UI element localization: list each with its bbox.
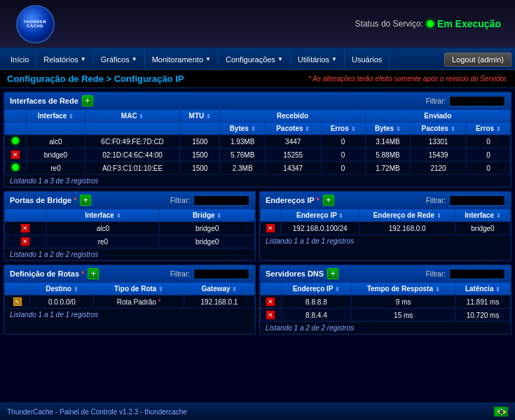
status-green-icon [12,137,19,144]
ip-panel: Endereços IP * + Filtrar: Endereço IP ⇕ … [259,191,511,261]
interfaces-records: Listando 1 a 3 de 3 registros [4,175,511,187]
add-bridge-button[interactable]: + [80,195,91,206]
routes-filter-input[interactable] [193,269,249,279]
table-row: ✕ bridge0 02:1D:C4:6C:44:00 1500 5.76MB … [5,148,511,162]
th-rx-errors: Erros ⇕ [321,122,365,135]
dns-filter-label: Filtrar: [426,270,446,278]
routes-table: Destino ⇕ Tipo de Rota ⇕ Gateway ⇕ ✎ 0.0… [4,282,255,309]
nav-bar: Início Relatórios ▼ Gráficos ▼ Monitoram… [0,49,515,70]
chevron-down-icon: ▼ [81,56,86,62]
dns-records: Listando 1 a 2 de 2 registros [260,322,511,334]
status-red-icon[interactable]: ✕ [11,150,20,159]
bridge-table: Interface ⇕ Bridge ⇕ ✕ alc0 bridge0 ✕ re… [4,209,255,248]
table-row: ✕ 8.8.8.8 9 ms 11.891 ms [261,295,511,309]
nav-usuarios[interactable]: Usuários [345,49,390,69]
delete-button[interactable]: ✕ [21,224,29,232]
nav-configuracoes[interactable]: Configurações ▼ [219,49,291,69]
th-mac: MAC ⇕ [85,110,180,122]
interfaces-header: Interfaces de Rede + Filtrar: [4,92,511,109]
add-route-button[interactable]: + [88,268,99,279]
th-recebido: Recebido [220,110,365,122]
th-tx-bytes: Bytes ⇕ [365,122,411,135]
ip-title: Endereços IP * [266,196,320,204]
flag-icon [494,407,508,416]
th-ip-interface: Interface ⇕ [455,209,511,222]
th-gateway: Gateway ⇕ [184,283,254,295]
ip-filter-input[interactable] [449,195,505,206]
bottom-row: Definição de Rotas * + Filtrar: Destino … [4,265,511,338]
delete-button[interactable]: ✕ [266,311,275,319]
dns-table: Endereço IP ⇕ Tempo de Resposta ⇕ Latênc… [260,282,511,322]
chevron-down-icon: ▼ [205,56,211,62]
interfaces-panel: Interfaces de Rede + Filtrar: Interface … [4,92,511,188]
ip-filter-label: Filtrar: [426,197,446,204]
edit-button[interactable]: ✎ [13,298,22,306]
breadcrumb: Configuração de Rede > Configuração IP [7,74,184,84]
logout-button[interactable]: Logout (admin) [444,52,511,66]
bridge-title: Portas de Bridge * [10,196,76,204]
logo-area: THUNDERCACHE [7,3,63,45]
add-dns-button[interactable]: + [327,268,338,279]
interfaces-filter-input[interactable] [449,96,505,106]
status-dot-icon [427,20,434,27]
th-tx-errors: Erros ⇕ [466,122,510,135]
footer-text: ThunderCache - Painel de Controle v1.2.3… [7,408,187,416]
routes-header: Definição de Rotas * + Filtrar: [4,265,255,282]
table-row: alc0 6C:F0:49:FE:7D:CD 1500 1.93MB 3447 … [5,135,511,148]
status-label: Status do Serviço: [355,19,423,29]
breadcrumb-bar: Configuração de Rede > Configuração IP *… [0,70,515,88]
interfaces-table: Interface ⇕ MAC ⇕ MTU ⇕ Recebido Enviado… [4,109,511,175]
th-mtu: MTU ⇕ [180,110,220,122]
routes-title: Definição de Rotas * [10,270,84,278]
add-ip-button[interactable]: + [323,195,334,206]
bridge-records: Listando 1 a 2 de 2 registros [4,248,255,260]
nav-monitoramento[interactable]: Monitoramento ▼ [145,49,219,69]
delete-button[interactable]: ✕ [266,224,275,232]
routes-records: Listando 1 a 1 de 1 registros [4,309,255,321]
delete-button[interactable]: ✕ [21,237,29,246]
th-action [261,209,281,222]
status-value: Em Execução [437,18,501,29]
th-dns-ip: Endereço IP ⇕ [281,283,352,295]
nav-inicio[interactable]: Início [4,49,36,69]
th-enviado: Enviado [365,110,510,122]
breadcrumb-note: * As alterações terão efeito somente apó… [308,75,508,83]
bridge-panel: Portas de Bridge * + Filtrar: Interface … [4,191,256,261]
routes-panel: Definição de Rotas * + Filtrar: Destino … [4,265,256,335]
th-interface: Interface ⇕ [26,110,85,122]
th-route-type: Tipo de Rota ⇕ [94,283,184,295]
nav-graficos[interactable]: Gráficos ▼ [94,49,145,69]
table-row: ✕ alc0 bridge0 [5,222,255,235]
main-content: Interfaces de Rede + Filtrar: Interface … [0,88,515,402]
th-action [5,283,30,295]
interfaces-filter-label: Filtrar: [426,97,446,105]
table-row: ✕ re0 bridge0 [5,235,255,248]
bridge-header: Portas de Bridge * + Filtrar: [4,192,255,209]
table-row: ✕ 8.8.4.4 15 ms 10.720 ms [261,309,511,322]
bridge-filter-input[interactable] [193,195,249,206]
table-row: ✕ 192.168.0.100/24 192.168.0.0 bridge0 [261,222,511,235]
header-right: Status do Serviço: Em Execução [63,18,508,29]
th-bridge: Bridge ⇕ [160,209,255,222]
routes-filter-label: Filtrar: [170,270,190,278]
th-rx-packets: Pacotes ⇕ [265,122,321,135]
add-interface-button[interactable]: + [82,95,93,106]
th-network-address: Endereço de Rede ⇕ [359,209,455,222]
logo: THUNDERCACHE [16,5,55,43]
ip-header: Endereços IP * + Filtrar: [260,192,511,209]
dns-filter-input[interactable] [449,269,505,279]
nav-utilitarios[interactable]: Utilitários ▼ [291,49,345,69]
middle-row: Portas de Bridge * + Filtrar: Interface … [4,191,511,265]
dns-title: Servidores DNS [266,270,324,278]
dns-header: Servidores DNS + Filtrar: [260,265,511,282]
th-ip-address: Endereço IP ⇕ [281,209,359,222]
th-rx-bytes: Bytes ⇕ [220,122,266,135]
status-green-icon [12,164,19,171]
interfaces-title: Interfaces de Rede [10,97,78,105]
chevron-down-icon: ▼ [132,56,137,62]
dns-panel: Servidores DNS + Filtrar: Endereço IP ⇕ … [259,265,511,335]
footer: ThunderCache - Painel de Controle v1.2.3… [0,402,515,420]
delete-button[interactable]: ✕ [266,298,275,306]
nav-relatorios[interactable]: Relatórios ▼ [36,49,93,69]
top-header: THUNDERCACHE Status do Serviço: Em Execu… [0,0,515,49]
